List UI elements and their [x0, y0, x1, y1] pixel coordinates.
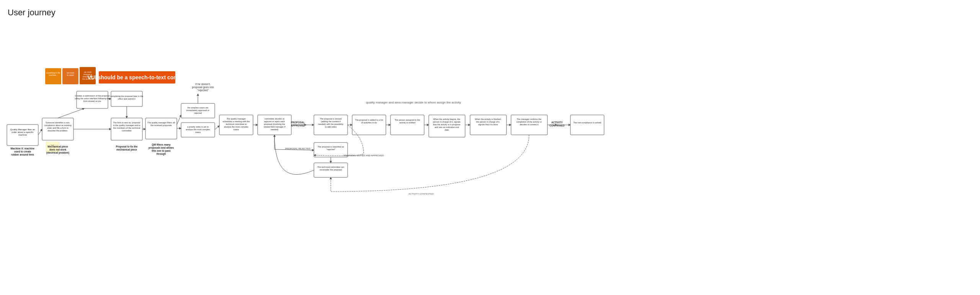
svg-text:QM filters many: QM filters many [152, 143, 171, 146]
svg-text:activity is notified: activity is notified [399, 121, 415, 124]
svg-text:completing the proposal later : completing the proposal later in the [110, 95, 143, 97]
node-person-notified [390, 115, 424, 135]
svg-text:compliance about an existing: compliance about an existing [44, 124, 72, 126]
node-solved [570, 115, 604, 135]
svg-text:to repair: to repair [67, 74, 74, 76]
page-title: User journey [8, 8, 56, 18]
svg-text:The proposal is classified as: The proposal is classified as [317, 146, 344, 148]
svg-text:machine...: machine... [49, 74, 57, 76]
svg-text:does not work: does not work [49, 148, 66, 151]
svg-text:(electrical problem): (electrical problem) [46, 151, 69, 154]
svg-text:CONFIRMED: CONFIRMED [549, 124, 565, 127]
svg-text:used to create: used to create [14, 150, 31, 153]
svg-line-90 [38, 129, 42, 135]
svg-text:cases: cases [195, 131, 201, 133]
svg-text:schedules a meeting with the: schedules a meeting with the [223, 120, 250, 123]
svg-text:mechanical piece: mechanical piece [116, 148, 137, 151]
svg-text:proposal goes into: proposal goes into [192, 86, 214, 89]
svg-text:immediately approved or: immediately approved or [186, 109, 209, 111]
svg-text:Creates a submission of the pr: Creates a submission of the proposal [75, 95, 110, 97]
svg-text:related field manager if: related field manager if [264, 126, 285, 128]
svg-text:the simplest cases are: the simplest cases are [188, 107, 209, 109]
svg-text:approve or reject each: approve or reject each [264, 120, 285, 123]
diagram-container: something in the machine... we need to r… [0, 23, 980, 295]
svg-text:PROPOSAL: PROPOSAL [291, 121, 305, 124]
svg-text:(adding the content if: (adding the content if [321, 120, 341, 123]
svg-text:and sets an indicative end: and sets an indicative end [434, 126, 459, 128]
svg-text:committee decides to: committee decides to [265, 118, 284, 120]
svg-text:rejected: rejected [194, 112, 202, 114]
node-proposal-list [352, 115, 386, 135]
svg-text:The manager confirms the: The manager confirms the [517, 118, 541, 120]
svg-text:The proposal is revised: The proposal is revised [320, 118, 342, 120]
svg-text:"rejected": "rejected" [326, 148, 335, 151]
svg-line-96 [177, 115, 181, 125]
orange-box-2 [62, 68, 78, 84]
svg-text:proposals and allows: proposals and allows [149, 146, 174, 149]
svg-text:the members of the technical: the members of the technical [113, 127, 140, 129]
svg-text:When the activity is finished,: When the activity is finished, [475, 118, 501, 120]
svg-text:signals that it is done: signals that it is done [478, 123, 498, 126]
svg-text:date: date [445, 129, 449, 131]
svg-text:order about a specific: order about a specific [11, 131, 33, 133]
svg-text:to add notes: to add notes [325, 126, 337, 128]
vui-label: VUI should be a speech-to-text convert [87, 74, 186, 80]
svg-text:person in charge of it, signal: person in charge of it, signals [433, 121, 461, 123]
svg-text:Machine X: machine: Machine X: machine [11, 147, 35, 150]
svg-text:a priority order is set to: a priority order is set to [187, 126, 209, 128]
svg-text:to the quality manager and to: to the quality manager and to [113, 124, 140, 126]
svg-text:The form is sent as 'proposal': The form is sent as 'proposal' [113, 121, 140, 124]
svg-text:The proposal is added to a lis: The proposal is added to a list [355, 119, 383, 121]
svg-text:The non-compliance is solved: The non-compliance is solved [573, 121, 601, 124]
svg-text:quality manager and  area mana: quality manager and area manager decide … [366, 101, 461, 104]
svg-text:The quality manager filters al: The quality manager filters all [147, 121, 175, 124]
svg-text:office and submit it: office and submit it [118, 98, 136, 100]
svg-line-91 [58, 108, 84, 118]
svg-text:When the activity begins, the: When the activity begins, the [433, 118, 460, 120]
svg-text:rubber around tires: rubber around tires [11, 153, 34, 156]
svg-text:analyse the most complex: analyse the most complex [224, 126, 248, 128]
svg-text:cases: cases [234, 128, 239, 131]
svg-text:The person assigned to the: The person assigned to the [395, 119, 420, 121]
svg-text:describe the problem.: describe the problem. [48, 129, 68, 132]
svg-text:that the activity is in progre: that the activity is in progress [433, 123, 461, 126]
svg-text:Proposal to fix the: Proposal to fix the [116, 145, 138, 148]
svg-text:The technical committee can: The technical committee can [317, 166, 344, 168]
svg-text:ACTIVITY CONTESTED: ACTIVITY CONTESTED [408, 193, 434, 195]
svg-text:completion of the activity or: completion of the activity or [516, 121, 542, 123]
svg-text:this one to pass: this one to pass [152, 149, 171, 152]
svg-text:reconsider the proposal: reconsider the proposal [320, 169, 341, 171]
svg-text:"rejected": "rejected" [197, 89, 209, 92]
svg-text:needed): needed) [271, 128, 278, 131]
svg-text:decides to contest it: decides to contest it [520, 123, 539, 126]
svg-text:using the voice interface foll: using the voice interface following the [75, 97, 109, 100]
svg-text:Mechanical piece: Mechanical piece [47, 145, 68, 148]
svg-text:the person in charge of it,: the person in charge of it, [476, 121, 500, 123]
svg-text:committee: committee [122, 129, 131, 132]
svg-text:order and fills a form to: order and fills a form to [47, 127, 69, 129]
svg-text:ACTIVITY: ACTIVITY [551, 121, 563, 124]
svg-text:through: through [157, 152, 166, 156]
svg-text:If he doesn't,: If he doesn't, [195, 83, 211, 85]
orange-box-1 [45, 68, 61, 84]
svg-text:The quality manager: The quality manager [227, 118, 246, 120]
svg-text:APPROVED: APPROVED [291, 124, 305, 127]
svg-text:PROPOSAL REJECTED: PROPOSAL REJECTED [285, 148, 311, 150]
svg-text:Someone identifies a non-: Someone identifies a non- [46, 121, 70, 124]
svg-text:form shared on jira: form shared on jira [83, 100, 101, 102]
svg-text:machine: machine [18, 134, 27, 136]
svg-text:Quality Manager files an: Quality Manager files an [10, 128, 35, 131]
svg-line-99 [215, 126, 219, 129]
svg-text:proposal (involving the: proposal (involving the [264, 123, 285, 125]
svg-text:the received proposals: the received proposals [150, 124, 172, 126]
svg-text:technical committee to: technical committee to [226, 123, 247, 125]
svg-text:needed) with the possibility: needed) with the possibility [318, 123, 343, 125]
svg-text:analyse the most complex: analyse the most complex [186, 128, 210, 131]
svg-text:of activities to do: of activities to do [361, 121, 377, 124]
